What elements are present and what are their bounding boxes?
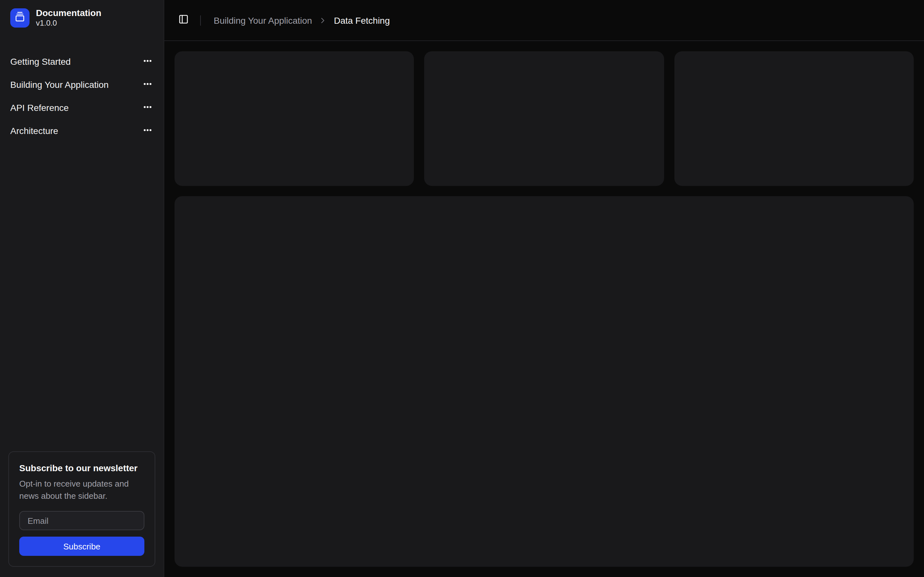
placeholder-card	[425, 51, 664, 186]
ellipsis-icon	[142, 79, 153, 91]
header-separator	[200, 15, 201, 25]
breadcrumb: Building Your Application Data Fetching	[214, 15, 390, 25]
main-area: Building Your Application Data Fetching	[164, 0, 924, 577]
sidebar-item-label: Architecture	[10, 126, 58, 136]
panel-left-icon	[178, 14, 189, 26]
sidebar-item-label: Building Your Application	[10, 79, 109, 90]
app-version: v1.0.0	[36, 19, 102, 28]
sidebar-item-getting-started[interactable]: Getting Started	[5, 51, 158, 72]
newsletter-card: Subscribe to our newsletter Opt-in to re…	[8, 451, 155, 567]
ellipsis-icon	[142, 55, 153, 68]
sidebar-header[interactable]: Documentation v1.0.0	[0, 0, 164, 31]
newsletter-body: Opt-in to receive updates and news about…	[19, 478, 144, 502]
chevron-right-icon	[318, 16, 328, 25]
app-title-block: Documentation v1.0.0	[36, 8, 102, 28]
menu-action-button[interactable]	[142, 125, 153, 137]
menu-action-button[interactable]	[142, 56, 153, 67]
breadcrumb-current-page: Data Fetching	[334, 15, 390, 25]
gallery-vertical-end-icon	[15, 11, 25, 24]
placeholder-card	[674, 51, 914, 186]
placeholder-cards-row	[174, 51, 914, 186]
sidebar-item-architecture[interactable]: Architecture	[5, 121, 158, 141]
sidebar-spacer	[0, 146, 164, 451]
menu-action-button[interactable]	[142, 102, 153, 113]
sidebar-item-label: API Reference	[10, 103, 69, 113]
placeholder-panel	[174, 196, 914, 567]
email-field[interactable]	[19, 511, 144, 530]
subscribe-button[interactable]: Subscribe	[19, 537, 144, 556]
sidebar-menu: Getting Started Building Your Applicatio…	[0, 46, 164, 146]
ellipsis-icon	[142, 125, 153, 137]
app-logo[interactable]	[10, 8, 29, 27]
sidebar-toggle-button[interactable]	[174, 11, 192, 29]
newsletter-title: Subscribe to our newsletter	[19, 462, 144, 474]
placeholder-card	[174, 51, 414, 186]
menu-action-button[interactable]	[142, 79, 153, 90]
app-root: Documentation v1.0.0 Getting Started Bui…	[0, 0, 924, 577]
sidebar-item-api-reference[interactable]: API Reference	[5, 97, 158, 118]
content	[164, 41, 924, 577]
sidebar-item-building-your-application[interactable]: Building Your Application	[5, 74, 158, 95]
breadcrumb-link-building-your-application[interactable]: Building Your Application	[214, 15, 312, 25]
app-title: Documentation	[36, 8, 102, 19]
main-header: Building Your Application Data Fetching	[164, 0, 924, 41]
sidebar-item-label: Getting Started	[10, 56, 71, 67]
ellipsis-icon	[142, 102, 153, 114]
sidebar: Documentation v1.0.0 Getting Started Bui…	[0, 0, 164, 577]
